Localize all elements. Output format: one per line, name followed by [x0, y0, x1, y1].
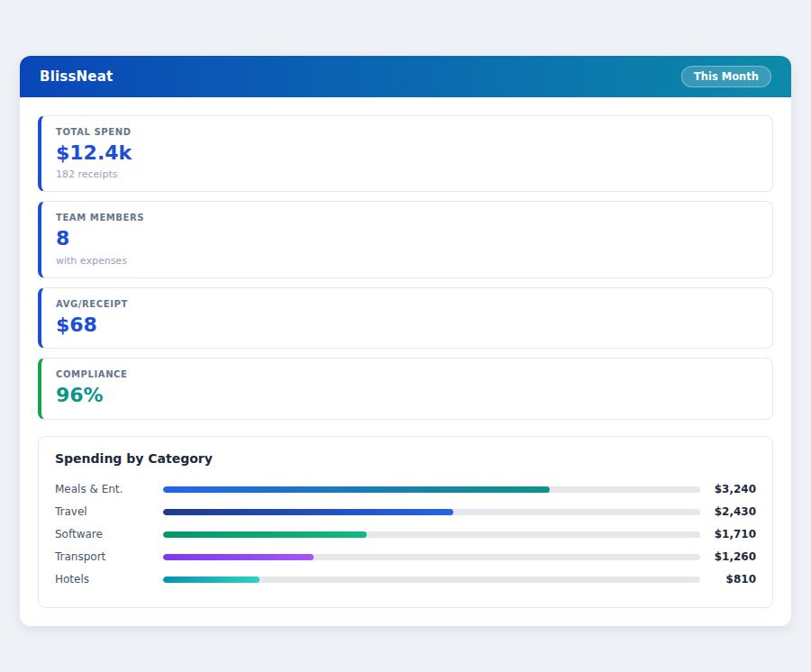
category-label: Hotels — [55, 573, 163, 586]
category-label: Transport — [55, 550, 163, 563]
stat-label: TOTAL SPEND — [56, 127, 758, 137]
stat-card: TOTAL SPEND$12.4k182 receipts — [38, 115, 773, 192]
stat-subtext: with expenses — [56, 255, 758, 267]
category-row: Hotels$810 — [55, 568, 756, 591]
stat-value: 96% — [56, 384, 758, 407]
bar-track — [163, 577, 700, 583]
stat-card: COMPLIANCE96% — [38, 358, 773, 419]
category-row: Software$1,710 — [55, 523, 756, 546]
category-label: Software — [55, 528, 163, 540]
category-row: Travel$2,430 — [55, 501, 756, 523]
stat-card: AVG/RECEIPT$68 — [38, 287, 773, 349]
app-title: BlissNeat — [40, 68, 113, 85]
dashboard-card: BlissNeat This Month TOTAL SPEND$12.4k18… — [20, 56, 791, 626]
category-value: $810 — [700, 573, 756, 586]
category-label: Travel — [55, 505, 163, 518]
bar-track — [163, 531, 700, 538]
stat-value: $12.4k — [56, 141, 758, 165]
category-value: $1,710 — [700, 528, 756, 540]
bar-fill — [163, 554, 314, 560]
stat-label: TEAM MEMBERS — [56, 213, 758, 222]
bar-track — [163, 554, 700, 560]
stat-card: TEAM MEMBERS8with expenses — [38, 201, 773, 277]
stat-value: 8 — [56, 227, 758, 250]
stat-value: $68 — [56, 313, 758, 337]
spending-by-category-card: Spending by Category Meals & Ent.$3,240T… — [38, 436, 773, 608]
stat-label: AVG/RECEIPT — [56, 299, 758, 309]
period-badge[interactable]: This Month — [681, 66, 771, 87]
stat-subtext: 182 receipts — [56, 168, 758, 180]
bar-fill — [163, 509, 453, 515]
app-header: BlissNeat This Month — [20, 56, 791, 97]
app-body: TOTAL SPEND$12.4k182 receiptsTEAM MEMBER… — [20, 97, 791, 626]
category-rows: Meals & Ent.$3,240Travel$2,430Software$1… — [55, 478, 756, 591]
category-value: $1,260 — [700, 550, 756, 563]
bar-track — [163, 509, 700, 515]
category-label: Meals & Ent. — [55, 483, 163, 495]
stats-list: TOTAL SPEND$12.4k182 receiptsTEAM MEMBER… — [38, 115, 773, 420]
bar-track — [163, 486, 700, 493]
spending-title: Spending by Category — [55, 451, 756, 466]
category-value: $2,430 — [700, 505, 756, 518]
category-row: Transport$1,260 — [55, 546, 756, 568]
stat-label: COMPLIANCE — [56, 369, 758, 379]
bar-fill — [163, 531, 367, 538]
bar-fill — [163, 486, 550, 493]
bar-fill — [163, 577, 260, 583]
category-row: Meals & Ent.$3,240 — [55, 478, 756, 501]
category-value: $3,240 — [700, 483, 756, 495]
